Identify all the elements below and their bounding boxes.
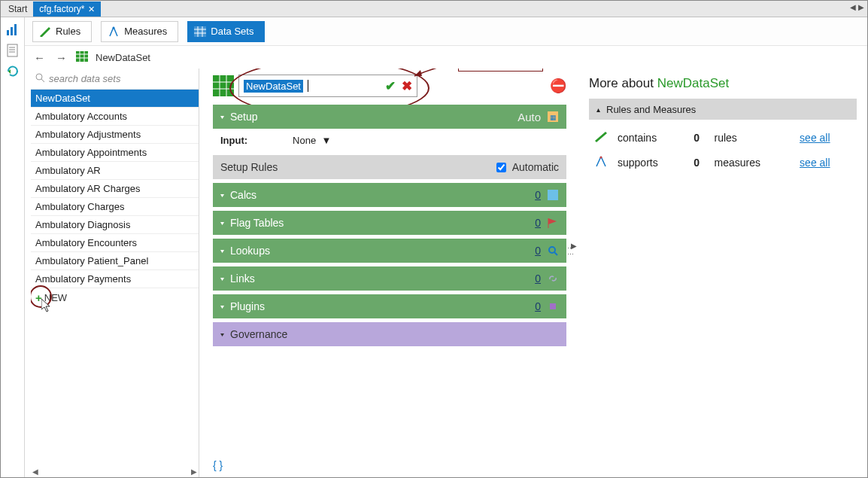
svg-point-9 — [113, 26, 115, 29]
annotation-callout: Edit box for the data set name — [458, 69, 543, 72]
measures-button[interactable]: Measures — [101, 21, 178, 42]
plugin-icon — [547, 300, 559, 312]
tab-start[interactable]: Start — [2, 2, 33, 17]
svg-rect-10 — [194, 26, 206, 37]
section-setup-rules[interactable]: Setup Rules Automatic — [213, 155, 566, 179]
list-item[interactable]: Ambulatory AR — [31, 162, 199, 180]
link-icon — [547, 272, 559, 285]
chevron-down-icon: ▾ — [220, 331, 224, 338]
list-item[interactable]: Ambulatory Patient_Panel — [31, 252, 199, 270]
tab-cfg-factory[interactable]: cfg.factory* ✕ — [33, 2, 101, 17]
back-arrow-icon[interactable]: ← — [32, 51, 47, 64]
svg-rect-3 — [8, 44, 17, 56]
input-dropdown[interactable]: None ▼ — [293, 135, 331, 146]
svg-marker-32 — [548, 218, 557, 224]
ruler-icon — [593, 130, 610, 144]
compass-icon — [108, 26, 120, 37]
cursor-icon — [41, 299, 52, 315]
toolbar: Rules Measures Data Sets — [25, 17, 867, 46]
list-item[interactable]: Ambulatory Appointments — [31, 144, 199, 162]
close-icon[interactable]: ✕ — [88, 5, 95, 14]
horizontal-scrollbar[interactable]: ◀▶ — [31, 465, 199, 477]
info-title: More about NewDataSet — [589, 76, 857, 91]
chevron-down-icon: ▾ — [220, 114, 224, 120]
chevron-down-icon: ▾ — [220, 192, 224, 199]
list-item[interactable]: Ambulatory Encounters — [31, 234, 199, 252]
see-all-measures-link[interactable]: see all — [800, 157, 830, 169]
section-plugins[interactable]: ▾ Plugins 0 — [213, 294, 566, 318]
search-icon — [35, 73, 45, 85]
editor-panel: ◀ NewDataSet ✔ ✖ ⛔ — [199, 69, 578, 477]
list-item[interactable]: Ambulatory Payments — [31, 270, 199, 288]
chevron-down-icon: ▾ — [220, 248, 224, 254]
document-icon[interactable] — [5, 43, 20, 58]
list-item[interactable]: Ambulatory Accounts — [31, 108, 199, 126]
table-row: supports 0 measures see all — [590, 151, 855, 174]
collapse-right-icon[interactable]: ▶ — [571, 242, 577, 250]
search-input[interactable]: search data sets — [31, 69, 199, 90]
svg-rect-36 — [550, 303, 556, 309]
datasets-button[interactable]: Data Sets — [187, 21, 265, 42]
automatic-checkbox[interactable] — [496, 163, 506, 172]
chevron-down-icon: ▾ — [220, 276, 224, 282]
info-panel: More about NewDataSet ▴ Rules and Measur… — [578, 69, 867, 477]
chevron-down-icon: ▾ — [220, 220, 224, 227]
breadcrumb-bar: ← → NewDataSet — [25, 46, 867, 69]
input-row: Input: None ▼ — [213, 129, 566, 151]
svg-line-21 — [41, 79, 44, 82]
section-setup[interactable]: ▾ Setup Auto ▦ — [213, 105, 566, 129]
svg-text:▦: ▦ — [550, 114, 557, 121]
chevron-up-icon: ▴ — [596, 105, 600, 114]
chevron-down-icon: ▾ — [220, 303, 224, 310]
compass-icon — [593, 155, 610, 169]
svg-marker-28 — [414, 70, 422, 76]
calcs-icon — [547, 189, 559, 201]
dataset-list: NewDataSet Ambulatory Accounts Ambulator… — [31, 90, 199, 465]
forward-arrow-icon[interactable]: → — [54, 51, 68, 64]
new-dataset-button[interactable]: + NEW — [31, 288, 199, 307]
info-section-rules-measures[interactable]: ▴ Rules and Measures — [589, 99, 857, 120]
refresh-icon[interactable] — [5, 64, 20, 79]
svg-point-38 — [600, 157, 602, 159]
list-item[interactable]: Ambulatory Adjustments — [31, 126, 199, 144]
svg-marker-22 — [41, 299, 50, 312]
svg-rect-15 — [76, 51, 88, 62]
table-row: contains 0 rules see all — [590, 126, 855, 149]
left-rail — [1, 17, 25, 477]
error-icon[interactable]: ⛔ — [550, 78, 566, 94]
svg-rect-31 — [548, 190, 558, 200]
rules-measures-table: contains 0 rules see all supports 0 meas… — [589, 124, 857, 175]
breadcrumb: NewDataSet — [96, 52, 150, 63]
section-lookups[interactable]: ▾ Lookups 0 ⋮⋮ — [213, 239, 566, 263]
tabs-bar: Start cfg.factory* ✕ ◀ ▶ — [1, 1, 867, 17]
section-flag-tables[interactable]: ▾ Flag Tables 0 — [213, 211, 566, 235]
svg-rect-2 — [14, 24, 17, 35]
rules-button[interactable]: Rules — [32, 21, 92, 42]
section-links[interactable]: ▾ Links 0 — [213, 266, 566, 291]
section-governance[interactable]: ▾ Governance — [213, 322, 566, 346]
section-calcs[interactable]: ▾ Calcs 0 — [213, 183, 566, 207]
svg-marker-37 — [595, 132, 607, 142]
search-icon — [547, 245, 559, 257]
list-item[interactable]: Ambulatory Diagnosis — [31, 216, 199, 234]
chart-icon[interactable] — [5, 22, 20, 37]
list-item[interactable]: Ambulatory AR Charges — [31, 180, 199, 198]
svg-rect-0 — [7, 30, 9, 35]
grid-icon — [76, 51, 88, 63]
ruler-icon — [39, 26, 51, 37]
see-all-rules-link[interactable]: see all — [800, 132, 830, 144]
tabs-nav[interactable]: ◀ ▶ — [850, 3, 864, 11]
dataset-list-panel: search data sets NewDataSet Ambulatory A… — [31, 69, 199, 477]
annotation-arrow — [408, 69, 461, 82]
grid-icon — [194, 26, 206, 37]
flag-icon — [547, 217, 559, 229]
svg-point-20 — [36, 74, 42, 80]
list-item[interactable]: NewDataSet — [31, 90, 199, 108]
list-item[interactable]: Ambulatory Charges — [31, 198, 199, 216]
svg-marker-8 — [40, 27, 50, 37]
braces-icon[interactable]: { } — [213, 459, 223, 471]
auto-icon: ▦ — [547, 111, 559, 123]
svg-rect-1 — [11, 27, 13, 35]
svg-point-34 — [549, 247, 555, 253]
svg-line-35 — [554, 252, 557, 255]
